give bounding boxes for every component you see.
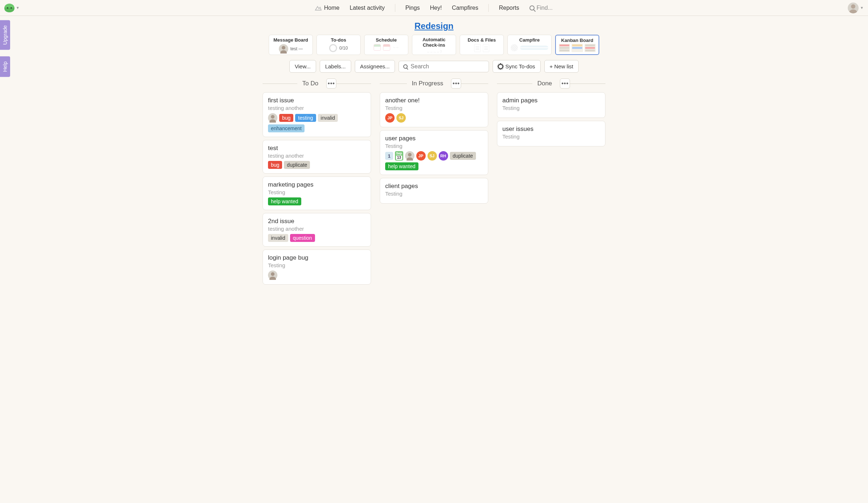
sync-label: Sync To-dos [505, 63, 535, 69]
svg-point-8 [408, 153, 412, 157]
avatar-icon [279, 44, 288, 54]
kanban-card[interactable]: marketing pagesTestinghelp wanted [263, 176, 371, 210]
card-meta: invalidquestion [268, 234, 366, 242]
nav-center: Home Latest activity Pings Hey! Campfire… [20, 4, 848, 12]
card-label: help wanted [385, 162, 418, 170]
card-title: user pages [385, 135, 483, 142]
card-title: another one! [385, 97, 483, 104]
tool-schedule[interactable]: Schedule ～～ [364, 35, 408, 55]
tool-message-board[interactable]: Message Board test — [269, 35, 313, 55]
svg-point-2 [282, 46, 285, 50]
card-meta: JPSJ [385, 113, 483, 123]
search-input[interactable] [410, 63, 484, 70]
tool-checkins[interactable]: Automatic Check-ins ～～～～ ? [412, 35, 456, 55]
svg-point-7 [269, 277, 276, 280]
card-label: invalid [318, 114, 338, 122]
assignee-avatar: SJ [427, 151, 437, 161]
column-title: In Progress [407, 80, 448, 87]
kanban-card[interactable]: another one!TestingJPSJ [380, 92, 488, 127]
logo-wrap[interactable]: ▼ [4, 4, 20, 12]
nav-latest[interactable]: Latest activity [350, 5, 385, 11]
wavy-icon: ～～～～ ? [426, 50, 442, 55]
card-subtitle: Testing [385, 191, 483, 197]
gear-icon [498, 64, 503, 69]
document-icon [483, 44, 489, 52]
tools-row: Message Board test — To-dos 0/10 Schedul… [0, 35, 868, 55]
kanban-card[interactable]: admin pagesTesting [497, 92, 605, 118]
card-subtitle: Testing [385, 105, 483, 111]
labels-button[interactable]: Labels... [320, 60, 351, 73]
side-tab-help[interactable]: Help [0, 56, 10, 77]
kanban-board: To Do•••first issuetesting anotherbugtes… [0, 78, 868, 302]
nav-reports[interactable]: Reports [499, 5, 519, 11]
kanban-card[interactable]: first issuetesting anotherbugtestinginva… [263, 92, 371, 137]
column-header: In Progress••• [380, 78, 488, 89]
card-meta: bugtestinginvalidenhancement [268, 113, 366, 132]
assignee-avatar [268, 113, 277, 123]
chevron-down-icon: ▼ [860, 6, 864, 10]
card-label: testing [295, 114, 316, 122]
column-menu-button[interactable]: ••• [451, 78, 461, 89]
tool-docs[interactable]: Docs & Files [460, 35, 504, 55]
project-title-link[interactable]: Redesign [414, 21, 454, 31]
nav-pings-label: Pings [405, 5, 420, 11]
project-title: Redesign [0, 21, 868, 31]
card-meta: help wanted [268, 197, 366, 205]
progress-circle-icon [329, 44, 337, 52]
svg-point-6 [271, 272, 275, 276]
nav-find[interactable]: Find... [529, 5, 553, 11]
tool-subtext: 0/10 [339, 46, 348, 51]
nav-divider [488, 4, 489, 12]
card-label: invalid [268, 234, 288, 242]
svg-point-0 [851, 4, 855, 9]
column-menu-button[interactable]: ••• [560, 78, 570, 89]
new-list-button[interactable]: + New list [544, 60, 579, 73]
svg-point-4 [271, 115, 275, 119]
nav-home[interactable]: Home [315, 5, 340, 11]
card-title: admin pages [502, 97, 600, 104]
card-subtitle: testing another [268, 226, 366, 232]
card-subtitle: Testing [502, 133, 600, 140]
card-label: duplicate [450, 152, 476, 160]
svg-point-9 [407, 157, 413, 161]
kanban-thumb-icon [559, 44, 596, 52]
assignee-avatar [268, 270, 277, 280]
card-meta [268, 270, 366, 280]
tool-kanban[interactable]: Kanban Board [555, 35, 599, 55]
kanban-card[interactable]: login page bugTesting [263, 250, 371, 285]
kanban-card[interactable]: testtesting anotherbugduplicate [263, 140, 371, 174]
nav-home-label: Home [324, 5, 340, 11]
svg-point-3 [280, 50, 287, 54]
column-menu-button[interactable]: ••• [326, 78, 336, 89]
card-title: first issue [268, 97, 366, 104]
tool-title: Docs & Files [468, 37, 496, 43]
kanban-card[interactable]: user issuesTesting [497, 121, 605, 146]
calendar-icon [374, 44, 381, 51]
card-label: help wanted [268, 197, 301, 205]
tool-todos[interactable]: To-dos 0/10 [316, 35, 361, 55]
sync-button[interactable]: Sync To-dos [493, 60, 540, 73]
assignee-avatar: JP [416, 151, 426, 161]
board-column: Done•••admin pagesTestinguser issuesTest… [497, 78, 605, 149]
card-meta: bugduplicate [268, 161, 366, 169]
card-title: 2nd issue [268, 218, 366, 225]
kanban-card[interactable]: 2nd issuetesting anotherinvalidquestion [263, 213, 371, 247]
nav-hey[interactable]: Hey! [430, 5, 442, 11]
kanban-card[interactable]: client pagesTesting [380, 178, 488, 204]
card-label: bug [279, 114, 293, 122]
nav-user[interactable]: ▼ [848, 3, 864, 13]
card-subtitle: Testing [502, 105, 600, 111]
assignees-button[interactable]: Assignees... [355, 60, 395, 73]
home-icon [315, 5, 322, 11]
nav-campfires[interactable]: Campfires [452, 5, 478, 11]
svg-point-5 [269, 119, 276, 123]
view-button[interactable]: View... [289, 60, 316, 73]
search-wrap[interactable] [399, 61, 489, 72]
nav-pings[interactable]: Pings [405, 5, 420, 11]
nav-hey-label: Hey! [430, 5, 442, 11]
tool-campfire[interactable]: Campfire [507, 35, 552, 55]
campfire-icon [511, 44, 518, 51]
side-tab-upgrade[interactable]: Upgrade [0, 20, 10, 50]
kanban-card[interactable]: user pagesTesting1Sep13JPSJRHduplicatehe… [380, 130, 488, 175]
nav-latest-label: Latest activity [350, 5, 385, 11]
